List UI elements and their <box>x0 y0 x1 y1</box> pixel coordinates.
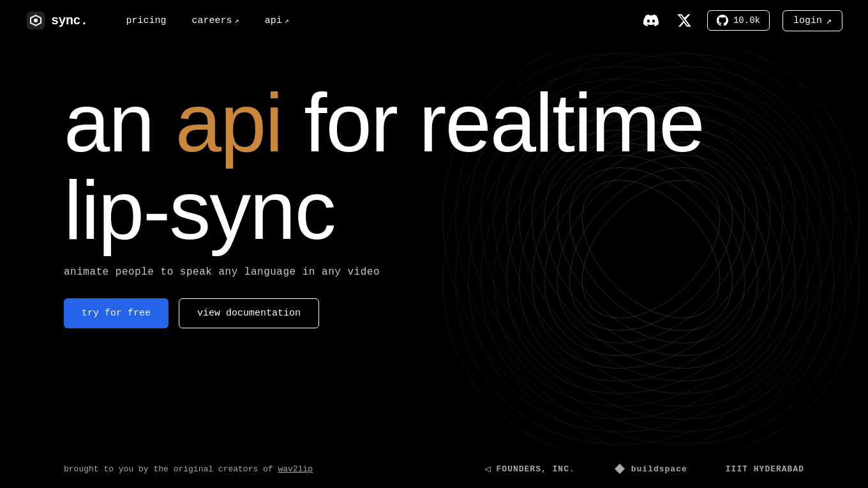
footer-credits: brought to you by the original creators … <box>64 464 313 474</box>
nav-api[interactable]: api ↗ <box>265 15 289 26</box>
hero-title-for-realtime: for realtime <box>282 76 703 169</box>
logo-link[interactable]: sync. <box>26 10 88 31</box>
founders-icon: ◁ <box>484 462 491 475</box>
logo-icon <box>26 10 46 31</box>
founders-inc-logo: ◁ FOUNDERS, INC. <box>484 462 575 475</box>
svg-point-1 <box>34 19 38 22</box>
nav-pricing[interactable]: pricing <box>126 15 167 26</box>
login-button[interactable]: login ↗ <box>782 10 842 31</box>
navbar: sync. pricing careers ↗ api ↗ <box>0 0 868 41</box>
api-arrow-icon: ↗ <box>285 16 289 26</box>
twitter-icon <box>677 13 692 28</box>
login-arrow-icon: ↗ <box>826 15 832 27</box>
hero-title-lipsync: lip-sync <box>64 164 335 257</box>
footer-logos: ◁ FOUNDERS, INC. buildspace IIIT HYDERAB… <box>484 462 804 475</box>
buildspace-logo: buildspace <box>613 462 687 475</box>
discord-icon <box>643 13 659 28</box>
hero-title: an api for realtime lip-sync <box>64 79 766 254</box>
footer-strip: brought to you by the original creators … <box>0 450 868 488</box>
hero-title-an: an <box>64 76 176 169</box>
nav-links: pricing careers ↗ api ↗ <box>126 15 641 26</box>
github-count: 10.0k <box>733 15 760 26</box>
hero-title-api: api <box>176 76 282 169</box>
twitter-button[interactable] <box>674 10 694 31</box>
logo-text: sync. <box>51 13 88 28</box>
view-documentation-button[interactable]: view documentation <box>179 298 319 328</box>
github-button[interactable]: 10.0k <box>707 10 770 31</box>
wav2lip-link[interactable]: wav2lip <box>278 464 313 474</box>
hero-buttons: try for free view documentation <box>64 298 842 328</box>
iiit-hyderabad-logo: IIIT HYDERABAD <box>726 464 804 474</box>
try-for-free-button[interactable]: try for free <box>64 298 168 328</box>
svg-marker-26 <box>615 464 625 474</box>
nav-careers[interactable]: careers ↗ <box>192 15 239 26</box>
hero-section: an api for realtime lip-sync animate peo… <box>0 41 868 354</box>
github-icon <box>717 15 728 26</box>
discord-button[interactable] <box>641 10 661 31</box>
hero-subtitle: animate people to speak any language in … <box>64 266 842 278</box>
buildspace-icon <box>613 462 626 475</box>
careers-arrow-icon: ↗ <box>235 16 239 26</box>
nav-right: 10.0k login ↗ <box>641 10 842 31</box>
